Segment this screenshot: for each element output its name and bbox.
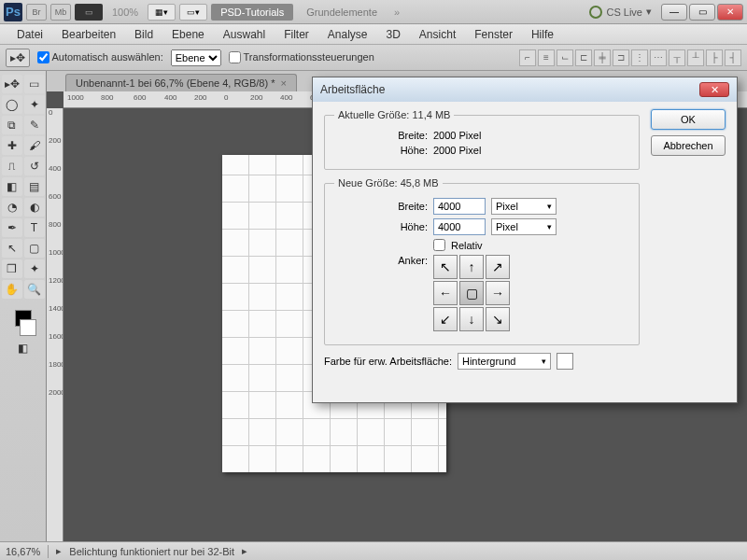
status-triangle-icon[interactable]: ▸ (56, 545, 62, 557)
anchor-w[interactable]: ← (433, 281, 458, 305)
brush-tool-icon[interactable]: 🖌 (24, 136, 45, 155)
toolbox: ▸✥▭ ◯✦ ⧉✎ ✚🖌 ⎍↺ ◧▤ ◔◐ ✒T ↖▢ ❒✦ ✋🔍 ◧ (0, 71, 47, 541)
status-zoom[interactable]: 16,67% (6, 546, 40, 557)
stamp-tool-icon[interactable]: ⎍ (2, 157, 22, 175)
background-swatch[interactable] (20, 319, 36, 336)
mini-bridge-button[interactable]: Mb (50, 4, 71, 21)
minimize-button[interactable]: — (661, 4, 687, 21)
menu-fenster[interactable]: Fenster (465, 25, 522, 44)
history-brush-icon[interactable]: ↺ (24, 157, 45, 175)
distribute-v-icon[interactable]: ⋯ (650, 49, 667, 66)
anchor-se[interactable]: ↘ (486, 307, 510, 331)
distribute-left-icon[interactable]: ├ (706, 49, 723, 66)
canvas-size-dialog: Arbeitsfläche ✕ Aktuelle Größe: 11,4 MB … (312, 77, 738, 403)
current-width: 2000 Pixel (433, 130, 481, 141)
options-bar: ▸✥ Automatisch auswählen: Ebene Transfor… (0, 45, 747, 71)
zoom-tool-icon[interactable]: 🔍 (24, 280, 45, 299)
distribute-top-icon[interactable]: ┬ (669, 49, 685, 66)
align-left-icon[interactable]: ⊏ (575, 49, 592, 66)
cs-live-button[interactable]: CS Live ▾ (589, 6, 652, 19)
width-unit-select[interactable]: Pixel (491, 198, 557, 215)
screen-mode-icon[interactable]: ▭ (75, 4, 103, 21)
align-middle-v-icon[interactable]: ≡ (538, 49, 555, 66)
menu-bar: Datei Bearbeiten Bild Ebene Auswahl Filt… (0, 24, 747, 45)
type-tool-icon[interactable]: T (24, 218, 45, 237)
heal-tool-icon[interactable]: ✚ (2, 136, 22, 155)
arrange-docs-icon[interactable]: ▦▾ (148, 4, 176, 21)
distribute-right-icon[interactable]: ┤ (725, 49, 741, 66)
marquee-tool-icon[interactable]: ▭ (24, 75, 45, 93)
align-bottom-icon[interactable]: ⌙ (557, 49, 573, 66)
transform-controls-checkbox[interactable] (229, 51, 241, 63)
current-tool-icon[interactable]: ▸✥ (6, 49, 30, 67)
menu-bearbeiten[interactable]: Bearbeiten (52, 25, 125, 44)
more-workspaces-icon[interactable]: » (390, 7, 403, 18)
distribute-h-icon[interactable]: ⋮ (631, 49, 648, 66)
bridge-button[interactable]: Br (26, 4, 47, 21)
menu-datei[interactable]: Datei (7, 25, 52, 44)
path-tool-icon[interactable]: ↖ (2, 239, 22, 258)
align-right-icon[interactable]: ⊐ (613, 49, 629, 66)
ok-button[interactable]: OK (651, 109, 726, 130)
vertical-ruler: 0 200 400 600 800 1000 1200 1400 1600 18… (47, 108, 63, 541)
anchor-s[interactable]: ↓ (459, 307, 484, 331)
anchor-nw[interactable]: ↖ (433, 255, 458, 279)
anchor-n[interactable]: ↑ (459, 255, 484, 279)
eyedropper-tool-icon[interactable]: ✎ (24, 116, 45, 134)
auto-select-checkbox[interactable] (37, 51, 49, 63)
zoom-indicator[interactable]: 100% (106, 7, 144, 18)
lasso-tool-icon[interactable]: ◯ (2, 95, 22, 114)
pen-tool-icon[interactable]: ✒ (2, 218, 22, 237)
maximize-button[interactable]: ▭ (689, 4, 715, 21)
ext-color-select[interactable]: Hintergrund (458, 353, 551, 370)
screen-mode-toggle-icon[interactable]: ▭▾ (179, 4, 207, 21)
anchor-center[interactable]: ▢ (459, 281, 484, 305)
dialog-close-button[interactable]: ✕ (699, 82, 729, 97)
menu-auswahl[interactable]: Auswahl (214, 25, 275, 44)
relative-checkbox[interactable] (433, 239, 445, 251)
move-tool-icon[interactable]: ▸✥ (2, 75, 22, 93)
align-top-icon[interactable]: ⌐ (519, 49, 536, 66)
gradient-tool-icon[interactable]: ▤ (24, 177, 45, 196)
anchor-e[interactable]: → (486, 281, 510, 305)
distribute-bottom-icon[interactable]: ┴ (687, 49, 704, 66)
shape-tool-icon[interactable]: ▢ (24, 239, 45, 258)
height-unit-select[interactable]: Pixel (491, 218, 557, 235)
close-button[interactable]: ✕ (717, 4, 743, 21)
3d-tool-icon[interactable]: ❒ (2, 259, 22, 278)
dodge-tool-icon[interactable]: ◐ (24, 198, 45, 217)
transform-controls-wrap[interactable]: Transformationssteuerungen (229, 51, 374, 64)
document-tab[interactable]: Unbenannt-1 bei 66,7% (Ebene 4, RGB/8) *… (65, 74, 297, 91)
menu-hilfe[interactable]: Hilfe (522, 25, 563, 44)
auto-select-target[interactable]: Ebene (171, 49, 221, 66)
anchor-ne[interactable]: ↗ (486, 255, 510, 279)
hand-tool-icon[interactable]: ✋ (2, 280, 22, 299)
dialog-title-bar[interactable]: Arbeitsfläche ✕ (313, 77, 737, 102)
workspace-tab-tutorials[interactable]: PSD-Tutorials (211, 4, 293, 21)
3d-camera-icon[interactable]: ✦ (24, 259, 45, 278)
menu-filter[interactable]: Filter (275, 25, 318, 44)
menu-analyse[interactable]: Analyse (318, 25, 377, 44)
eraser-tool-icon[interactable]: ◧ (2, 177, 22, 196)
cancel-button[interactable]: Abbrechen (651, 135, 726, 156)
blur-tool-icon[interactable]: ◔ (2, 198, 22, 217)
workspace-tab-essentials[interactable]: Grundelemente (297, 4, 387, 21)
height-input[interactable] (433, 218, 486, 235)
dropdown-arrow-icon: ▾ (646, 6, 652, 18)
menu-ansicht[interactable]: Ansicht (410, 25, 465, 44)
width-input[interactable] (433, 198, 486, 215)
current-size-group: Aktuelle Größe: 11,4 MB Breite: 2000 Pix… (324, 109, 640, 170)
close-tab-icon[interactable]: × (280, 77, 286, 89)
ext-color-swatch[interactable] (557, 353, 573, 370)
status-dropdown-icon[interactable]: ▸ (242, 545, 247, 557)
menu-bild[interactable]: Bild (125, 25, 162, 44)
align-buttons: ⌐ ≡ ⌙ ⊏ ╪ ⊐ ⋮ ⋯ ┬ ┴ ├ ┤ (519, 49, 741, 66)
wand-tool-icon[interactable]: ✦ (24, 95, 45, 114)
crop-tool-icon[interactable]: ⧉ (2, 116, 22, 134)
quickmask-icon[interactable]: ◧ (19, 343, 28, 353)
anchor-sw[interactable]: ↙ (433, 307, 458, 331)
menu-ebene[interactable]: Ebene (162, 25, 214, 44)
align-center-h-icon[interactable]: ╪ (594, 49, 611, 66)
menu-3d[interactable]: 3D (377, 25, 410, 44)
auto-select-checkbox-wrap[interactable]: Automatisch auswählen: (37, 51, 163, 64)
